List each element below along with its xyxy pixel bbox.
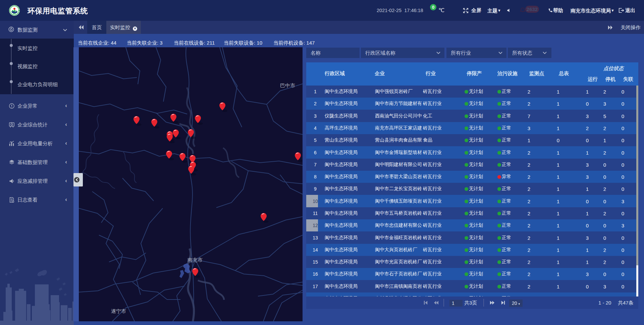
svg-text:遂宁市: 遂宁市 <box>111 308 126 314</box>
svg-text:南充市: 南充市 <box>187 257 203 263</box>
svg-text:巴中市: 巴中市 <box>280 83 295 88</box>
